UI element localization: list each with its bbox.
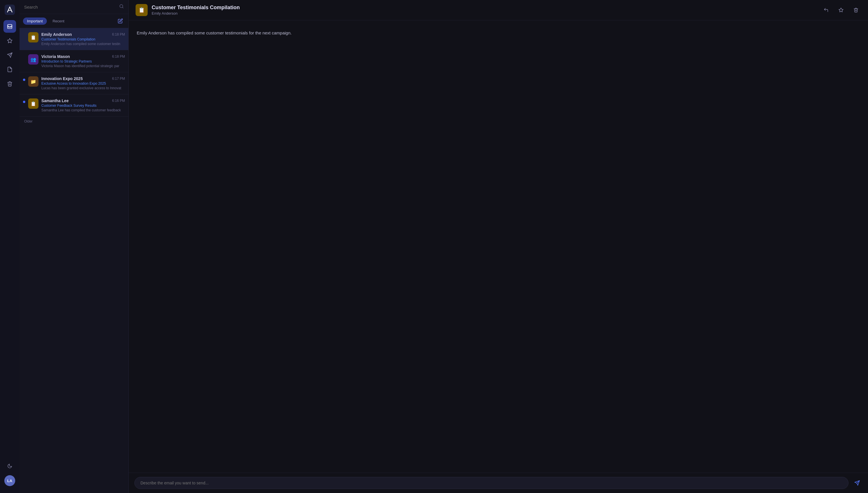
send-button[interactable] xyxy=(852,478,862,488)
email-subject: Exclusive Access to Innovation Expo 2025 xyxy=(41,82,125,86)
svg-marker-7 xyxy=(839,8,843,12)
unread-indicator xyxy=(23,79,25,81)
email-subject: Customer Feedback Survey Results xyxy=(41,104,125,108)
sidebar-item-sent[interactable] xyxy=(3,49,16,61)
email-subject: Customer Testimonials Compilation xyxy=(41,37,125,41)
svg-rect-1 xyxy=(8,24,12,27)
email-list: 📋 Emily Anderson 6:18 PM Customer Testim… xyxy=(20,28,128,493)
tabs-row: Important Recent xyxy=(20,14,128,28)
compose-input[interactable] xyxy=(135,477,848,489)
avatar: 👥 xyxy=(28,54,39,65)
email-detail-title: Customer Testimonials Compilation xyxy=(152,5,817,10)
search-icon xyxy=(119,4,124,10)
sidebar: LA xyxy=(0,0,20,493)
tab-important[interactable]: Important xyxy=(23,18,47,25)
email-time: 6:18 PM xyxy=(112,33,125,37)
email-body: Emily Anderson has compiled some custome… xyxy=(129,20,868,473)
sidebar-item-starred[interactable] xyxy=(3,35,16,47)
sidebar-item-trash[interactable] xyxy=(3,78,16,90)
email-time: 6:17 PM xyxy=(112,77,125,81)
delete-button[interactable] xyxy=(851,5,861,15)
email-content: Victoria Mason 6:18 PM Introduction to S… xyxy=(41,54,125,68)
compose-bar xyxy=(129,473,868,493)
main-content: 📋 Customer Testimonials Compilation Emil… xyxy=(129,0,868,493)
email-content: Samantha Lee 6:16 PM Customer Feedback S… xyxy=(41,99,125,112)
user-avatar[interactable]: LA xyxy=(4,475,15,486)
search-bar xyxy=(20,0,128,14)
email-subject: Introduction to Strategic Partners xyxy=(41,59,125,63)
email-sender: Emily Anderson xyxy=(41,32,72,37)
email-detail-sender: Emily Anderson xyxy=(152,11,817,16)
email-content: Emily Anderson 6:18 PM Customer Testimon… xyxy=(41,32,125,46)
email-sender: Innovation Expo 2025 xyxy=(41,76,83,81)
email-time: 6:18 PM xyxy=(112,55,125,59)
star-button[interactable] xyxy=(836,5,846,15)
app-logo xyxy=(3,3,16,16)
detail-title-block: Customer Testimonials Compilation Emily … xyxy=(152,5,817,16)
search-input[interactable] xyxy=(24,5,117,9)
email-sender: Victoria Mason xyxy=(41,54,70,59)
email-content: Innovation Expo 2025 6:17 PM Exclusive A… xyxy=(41,76,125,90)
tab-recent[interactable]: Recent xyxy=(48,18,68,25)
detail-avatar: 📋 xyxy=(136,4,148,16)
svg-rect-0 xyxy=(5,5,15,15)
email-list-panel: Important Recent 📋 Emily Anderson 6:18 P… xyxy=(20,0,129,493)
list-item[interactable]: 📋 Samantha Lee 6:16 PM Customer Feedback… xyxy=(20,94,128,116)
sidebar-item-drafts[interactable] xyxy=(3,63,16,76)
compose-button[interactable] xyxy=(116,16,125,25)
older-section-label: Older xyxy=(20,116,128,126)
sidebar-item-inbox[interactable] xyxy=(3,20,16,33)
list-item[interactable]: 📋 Emily Anderson 6:18 PM Customer Testim… xyxy=(20,28,128,50)
email-preview: Samantha Lee has compiled the customer f… xyxy=(41,108,125,112)
avatar: 📋 xyxy=(28,99,39,109)
email-preview: Victoria Mason has identified potential … xyxy=(41,64,125,68)
email-time: 6:16 PM xyxy=(112,99,125,103)
email-sender: Samantha Lee xyxy=(41,99,69,103)
avatar: 📋 xyxy=(28,32,39,42)
list-item[interactable]: 📁 Innovation Expo 2025 6:17 PM Exclusive… xyxy=(20,72,128,94)
reply-button[interactable] xyxy=(821,5,831,15)
avatar: 📁 xyxy=(28,76,39,87)
email-preview: Lucas has been granted exclusive access … xyxy=(41,86,125,90)
svg-line-6 xyxy=(122,7,123,8)
svg-marker-2 xyxy=(7,39,12,43)
theme-toggle-button[interactable] xyxy=(3,460,16,472)
email-detail-header: 📋 Customer Testimonials Compilation Emil… xyxy=(129,0,868,20)
list-item[interactable]: 👥 Victoria Mason 6:18 PM Introduction to… xyxy=(20,50,128,72)
email-body-text: Emily Anderson has compiled some custome… xyxy=(137,29,860,37)
unread-indicator xyxy=(23,101,25,103)
detail-actions xyxy=(821,5,861,15)
email-preview: Emily Anderson has compiled some custome… xyxy=(41,42,125,46)
